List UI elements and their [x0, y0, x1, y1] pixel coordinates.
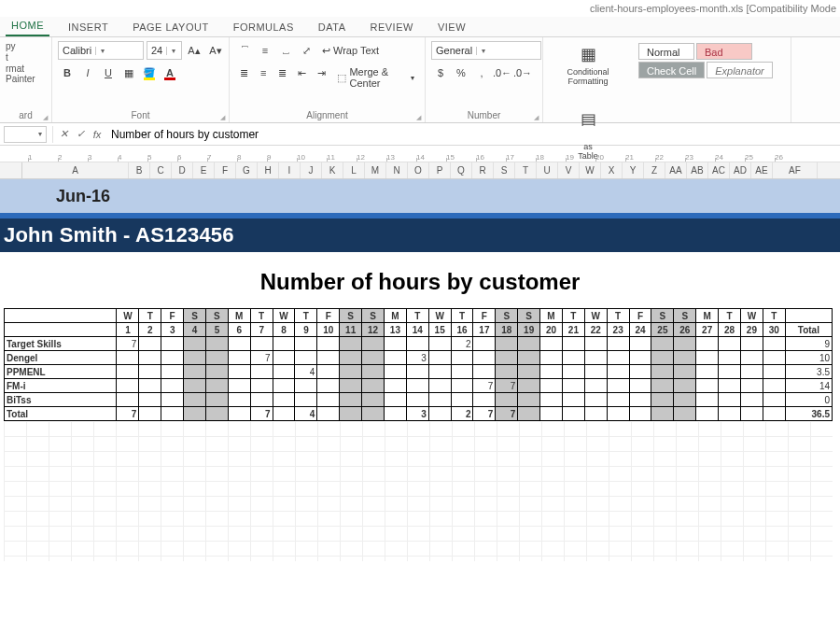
- column-header[interactable]: AA: [665, 162, 687, 178]
- data-cell[interactable]: [496, 393, 518, 407]
- data-cell[interactable]: [629, 365, 651, 379]
- column-header[interactable]: AB: [687, 162, 708, 178]
- data-cell[interactable]: [651, 351, 674, 365]
- data-cell[interactable]: [117, 393, 139, 407]
- data-cell[interactable]: [540, 393, 563, 407]
- comma-icon[interactable]: ,: [472, 63, 491, 82]
- cell-style-bad[interactable]: Bad: [696, 43, 752, 60]
- cut-button[interactable]: t: [6, 52, 8, 63]
- data-cell[interactable]: [428, 351, 451, 365]
- data-cell[interactable]: [295, 393, 317, 407]
- data-cell[interactable]: 4: [295, 365, 317, 379]
- data-cell[interactable]: [428, 393, 451, 407]
- data-cell[interactable]: [584, 379, 607, 393]
- column-header[interactable]: D: [172, 162, 193, 178]
- data-cell[interactable]: 2: [451, 337, 473, 351]
- column-header[interactable]: E: [193, 162, 215, 178]
- data-cell[interactable]: [451, 365, 473, 379]
- font-color-button[interactable]: A: [161, 63, 179, 82]
- column-header[interactable]: AD: [730, 162, 751, 178]
- data-cell[interactable]: [273, 393, 295, 407]
- data-cell[interactable]: [540, 365, 563, 379]
- column-header[interactable]: G: [236, 162, 258, 178]
- column-header[interactable]: A: [22, 162, 129, 178]
- column-header[interactable]: B: [129, 162, 150, 178]
- data-cell[interactable]: [295, 379, 317, 393]
- data-cell[interactable]: [340, 393, 362, 407]
- data-cell[interactable]: [629, 351, 651, 365]
- data-cell[interactable]: [317, 337, 340, 351]
- enter-icon[interactable]: ✓: [72, 128, 89, 140]
- align-bottom-icon[interactable]: ⎵: [276, 41, 295, 60]
- data-cell[interactable]: [250, 337, 273, 351]
- column-header[interactable]: Y: [623, 162, 644, 178]
- data-cell[interactable]: 3: [406, 351, 428, 365]
- data-cell[interactable]: [428, 365, 451, 379]
- data-cell[interactable]: [428, 337, 451, 351]
- data-cell[interactable]: [562, 351, 584, 365]
- data-cell[interactable]: [496, 337, 518, 351]
- data-cell[interactable]: [696, 393, 719, 407]
- tab-home[interactable]: HOME: [6, 17, 49, 36]
- tab-view[interactable]: VIEW: [432, 19, 471, 36]
- data-cell[interactable]: 7: [496, 379, 518, 393]
- data-cell[interactable]: [340, 365, 362, 379]
- column-header[interactable]: N: [386, 162, 408, 178]
- cell-style-explanatory[interactable]: Explanator: [707, 62, 773, 78]
- data-cell[interactable]: [562, 393, 584, 407]
- data-cell[interactable]: [228, 337, 250, 351]
- data-cell[interactable]: [228, 393, 250, 407]
- data-cell[interactable]: [496, 365, 518, 379]
- data-cell[interactable]: [362, 337, 385, 351]
- column-header[interactable]: AE: [751, 162, 773, 178]
- data-cell[interactable]: [295, 351, 317, 365]
- data-cell[interactable]: [384, 379, 406, 393]
- data-cell[interactable]: [295, 337, 317, 351]
- data-cell[interactable]: [340, 379, 362, 393]
- data-cell[interactable]: [674, 337, 696, 351]
- column-header[interactable]: L: [343, 162, 365, 178]
- data-cell[interactable]: [763, 379, 785, 393]
- decrease-indent-icon[interactable]: ⇤: [293, 63, 311, 82]
- data-cell[interactable]: [384, 351, 406, 365]
- cancel-icon[interactable]: ✕: [55, 128, 72, 140]
- tab-data[interactable]: DATA: [313, 19, 352, 36]
- data-cell[interactable]: [540, 351, 563, 365]
- data-cell[interactable]: [518, 351, 540, 365]
- data-cell[interactable]: [719, 365, 741, 379]
- data-cell[interactable]: [250, 379, 273, 393]
- data-cell[interactable]: [451, 393, 473, 407]
- data-cell[interactable]: [117, 365, 139, 379]
- tab-review[interactable]: REVIEW: [365, 19, 419, 36]
- data-cell[interactable]: [139, 379, 161, 393]
- column-header[interactable]: H: [258, 162, 279, 178]
- font-size-combo[interactable]: 24▾: [147, 41, 182, 60]
- data-cell[interactable]: [696, 365, 719, 379]
- format-painter-button[interactable]: rmat Painter: [6, 63, 46, 84]
- data-cell[interactable]: [496, 351, 518, 365]
- bold-button[interactable]: B: [58, 63, 77, 82]
- data-cell[interactable]: [584, 365, 607, 379]
- percent-icon[interactable]: %: [452, 63, 470, 82]
- data-cell[interactable]: [451, 351, 473, 365]
- data-cell[interactable]: [384, 337, 406, 351]
- data-cell[interactable]: [607, 365, 629, 379]
- data-cell[interactable]: [719, 393, 741, 407]
- data-cell[interactable]: [317, 379, 340, 393]
- data-cell[interactable]: [607, 393, 629, 407]
- data-cell[interactable]: [273, 379, 295, 393]
- data-cell[interactable]: [584, 393, 607, 407]
- increase-decimal-icon[interactable]: .0←: [493, 63, 511, 82]
- data-cell[interactable]: [473, 393, 496, 407]
- font-name-combo[interactable]: Calibri▾: [58, 41, 144, 60]
- column-header[interactable]: O: [408, 162, 429, 178]
- data-cell[interactable]: [273, 351, 295, 365]
- column-header[interactable]: Q: [451, 162, 472, 178]
- conditional-formatting-button[interactable]: ▦ Conditional Formatting: [568, 41, 608, 101]
- data-cell[interactable]: [674, 365, 696, 379]
- data-cell[interactable]: [317, 365, 340, 379]
- data-cell[interactable]: [763, 337, 785, 351]
- data-cell[interactable]: [473, 337, 496, 351]
- data-cell[interactable]: [406, 337, 428, 351]
- data-cell[interactable]: [205, 351, 228, 365]
